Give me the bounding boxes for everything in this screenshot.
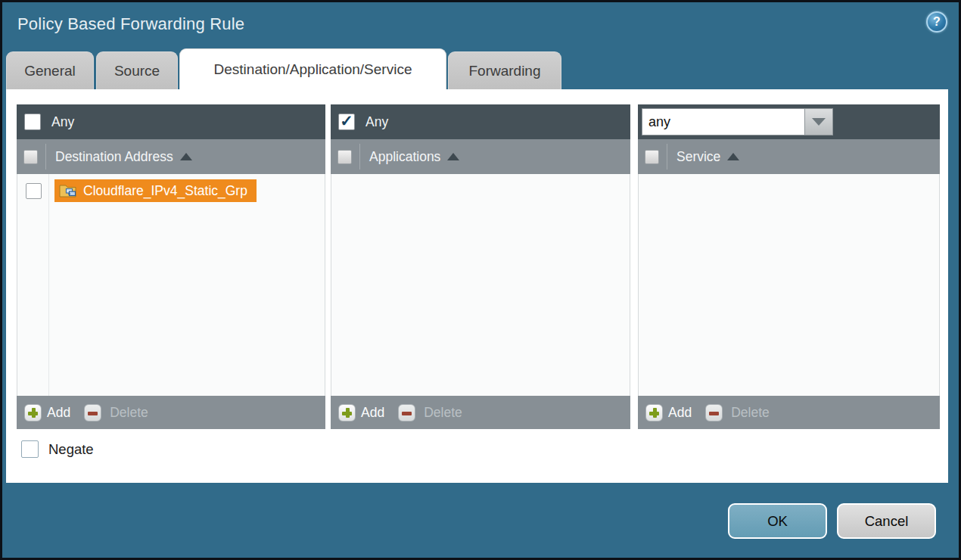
policy-based-forwarding-dialog: Policy Based Forwarding Rule ? General S… <box>0 0 961 560</box>
tab-general[interactable]: General <box>6 51 94 89</box>
destination-list: Cloudflare_IPv4_Static_Grp <box>17 174 325 396</box>
service-footer-bar: Add Delete <box>638 396 940 429</box>
service-column: Service Add Delete <box>638 104 940 429</box>
checkmark-icon: ✓ <box>340 113 353 129</box>
applications-any-label: Any <box>365 114 388 130</box>
negate-label: Negate <box>48 441 94 458</box>
destination-column-header: Destination Address <box>17 139 325 174</box>
service-add-button[interactable]: Add <box>645 404 692 422</box>
cancel-button[interactable]: Cancel <box>837 503 936 539</box>
tab-label: General <box>24 63 76 79</box>
tab-forwarding[interactable]: Forwarding <box>448 51 561 89</box>
ok-button-label: OK <box>767 513 788 530</box>
destination-select-all-checkbox[interactable] <box>23 150 38 164</box>
service-sort-header[interactable]: Service <box>676 149 739 165</box>
add-button-label: Add <box>47 405 70 421</box>
service-delete-button[interactable]: Delete <box>705 404 770 422</box>
chevron-down-icon <box>812 118 826 126</box>
add-button-label: Add <box>361 405 384 421</box>
help-icon[interactable]: ? <box>926 11 947 33</box>
delete-button-label: Delete <box>424 405 462 421</box>
destination-header-label: Destination Address <box>55 149 173 165</box>
applications-delete-button[interactable]: Delete <box>398 404 462 422</box>
destination-sort-header[interactable]: Destination Address <box>55 149 192 165</box>
header-divider <box>359 144 360 170</box>
address-group-icon <box>59 183 78 199</box>
service-header-label: Service <box>676 149 720 165</box>
negate-checkbox[interactable] <box>21 440 39 458</box>
destination-delete-button[interactable]: Delete <box>84 404 148 422</box>
question-mark-glyph: ? <box>933 15 941 29</box>
applications-any-bar: ✓ Any <box>331 104 630 139</box>
applications-sort-header[interactable]: Applications <box>369 149 459 165</box>
service-list <box>638 174 940 396</box>
service-select-all-checkbox[interactable] <box>645 150 659 164</box>
tab-source[interactable]: Source <box>96 51 178 89</box>
tab-label: Source <box>114 63 160 79</box>
applications-column: ✓ Any Applications Add <box>331 104 630 429</box>
tab-label: Forwarding <box>468 63 540 79</box>
service-dropdown <box>642 108 833 135</box>
ok-button[interactable]: OK <box>728 503 827 539</box>
destination-footer-bar: Add Delete <box>17 396 325 429</box>
header-divider <box>45 144 46 170</box>
service-dropdown-button[interactable] <box>805 108 833 135</box>
delete-button-label: Delete <box>110 405 148 421</box>
add-plus-icon <box>338 404 356 422</box>
applications-footer-bar: Add Delete <box>331 396 630 429</box>
service-dropdown-bar <box>638 104 940 139</box>
tab-destination-application-service[interactable]: Destination/Application/Service <box>179 48 446 89</box>
destination-any-label: Any <box>51 114 74 130</box>
tab-label: Destination/Application/Service <box>214 61 412 78</box>
applications-header-label: Applications <box>369 149 440 165</box>
service-dropdown-input[interactable] <box>642 108 805 135</box>
add-button-label: Add <box>668 405 692 421</box>
sort-ascending-icon <box>727 153 739 160</box>
delete-minus-icon <box>398 404 415 422</box>
destination-item-label: Cloudflare_IPv4_Static_Grp <box>83 183 247 199</box>
sort-ascending-icon <box>180 153 192 160</box>
applications-column-header: Applications <box>331 139 630 174</box>
applications-select-all-checkbox[interactable] <box>337 150 352 164</box>
destination-row: Cloudflare_IPv4_Static_Grp <box>17 179 325 202</box>
add-plus-icon <box>24 404 42 422</box>
destination-any-checkbox[interactable] <box>24 114 41 130</box>
applications-add-button[interactable]: Add <box>338 404 384 422</box>
dialog-title: Policy Based Forwarding Rule <box>17 14 244 34</box>
list-column-divider <box>48 174 49 396</box>
delete-minus-icon <box>84 404 101 422</box>
destination-any-bar: Any <box>17 104 325 139</box>
add-plus-icon <box>645 404 663 422</box>
delete-minus-icon <box>705 404 723 422</box>
header-divider <box>667 144 667 170</box>
destination-row-checkbox[interactable] <box>26 183 42 199</box>
delete-button-label: Delete <box>731 405 770 421</box>
destination-address-item[interactable]: Cloudflare_IPv4_Static_Grp <box>54 179 257 202</box>
applications-any-checkbox[interactable]: ✓ <box>338 114 355 130</box>
destination-add-button[interactable]: Add <box>24 404 70 422</box>
tab-content-panel: Any Destination Address <box>6 89 948 483</box>
negate-option: Negate <box>21 440 94 458</box>
applications-list <box>331 174 630 396</box>
cancel-button-label: Cancel <box>865 513 909 530</box>
destination-address-column: Any Destination Address <box>17 104 325 429</box>
sort-ascending-icon <box>447 153 459 160</box>
service-column-header: Service <box>638 139 940 174</box>
